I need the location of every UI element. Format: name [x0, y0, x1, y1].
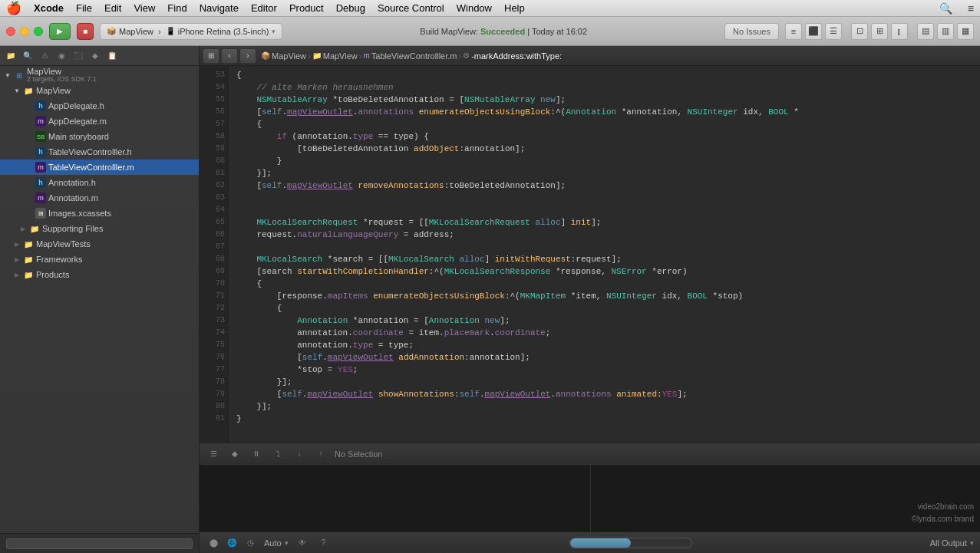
window-menu[interactable]: Window — [457, 2, 492, 14]
breadcrumb-method[interactable]: -markAddress:withType: — [471, 51, 562, 61]
find-menu[interactable]: Find — [167, 2, 186, 14]
help-menu[interactable]: Help — [504, 2, 525, 14]
sidebar-item-frameworks[interactable]: ▶ 📁 Frameworks — [0, 252, 199, 267]
code-content[interactable]: { // alte Marken herausnehmen NSMutableA… — [230, 66, 980, 443]
search-icon-btn[interactable]: 🔍 — [20, 49, 35, 63]
code-area[interactable]: 53 54 55 56 57 58 59 60 61 62 63 64 65 6… — [200, 66, 980, 443]
breadcrumb-file[interactable]: TableViewControlller.m — [371, 51, 457, 61]
run-button[interactable]: ▶ — [49, 23, 71, 40]
test-icon-btn[interactable]: ◉ — [54, 49, 69, 63]
navigator-toggle[interactable]: ≡ — [785, 23, 802, 40]
pause-btn[interactable]: ⏸ — [249, 447, 264, 461]
file-menu[interactable]: File — [76, 2, 92, 14]
ln-58: 58 — [200, 130, 229, 143]
breadcrumb-mapview1[interactable]: MapView — [272, 51, 306, 61]
sidebar-filter[interactable] — [6, 538, 193, 549]
all-output-btn[interactable]: All Output — [930, 538, 967, 548]
main-storyboard-label: Main storyboard — [48, 132, 109, 141]
impl-file-icon: m — [35, 116, 46, 127]
apple-menu[interactable]: 🍎 — [6, 1, 21, 15]
eye-btn[interactable]: 👁 — [295, 536, 310, 550]
forward-btn[interactable]: › — [239, 48, 256, 64]
sidebar-item-images-xcassets[interactable]: ⊞ Images.xcassets — [0, 206, 199, 221]
panel-btn-2[interactable]: ▥ — [937, 23, 954, 40]
code-line-57: { — [236, 118, 974, 130]
breakpoint-btn[interactable]: ◆ — [227, 447, 243, 461]
sidebar-item-mapview-group[interactable]: ▼ 📁 MapView — [0, 83, 199, 98]
build-status: Build MapView: Succeeded | Today at 16:0… — [289, 27, 718, 36]
minimize-button[interactable] — [20, 27, 29, 36]
edit-menu[interactable]: Edit — [104, 2, 121, 14]
sidebar-item-appdelegate-m[interactable]: m AppDelegate.m — [0, 114, 199, 129]
view-menu[interactable]: View — [134, 2, 155, 14]
sidebar-toggle-btn[interactable]: ☰ — [206, 447, 221, 461]
line-numbers: 53 54 55 56 57 58 59 60 61 62 63 64 65 6… — [200, 66, 230, 443]
breakpoint-icon-btn[interactable]: ◆ — [87, 49, 103, 63]
version-editor-btn[interactable]: ⫿ — [891, 23, 908, 40]
status-icon2[interactable]: 🌐 — [224, 536, 239, 550]
code-line-58: if (annotation.type == type) { — [236, 130, 974, 143]
impl-file-icon3: m — [35, 193, 46, 203]
debug-toggle[interactable]: ⬛ — [805, 23, 822, 40]
search-icon[interactable]: 🔍 — [939, 2, 952, 15]
code-line-75: annotation.type = type; — [236, 339, 974, 351]
sidebar-item-appdelegate-h[interactable]: h AppDelegate.h — [0, 98, 199, 114]
sidebar-item-annotation-h[interactable]: h Annotation.h — [0, 175, 199, 190]
navigate-menu[interactable]: Navigate — [200, 2, 239, 14]
warning-icon-btn[interactable]: ⚠ — [37, 49, 52, 63]
traffic-lights — [6, 27, 43, 36]
sidebar-item-annotation-m[interactable]: m Annotation.m — [0, 190, 199, 206]
editor-menu[interactable]: Editor — [251, 2, 277, 14]
xcode-menu[interactable]: Xcode — [34, 2, 64, 14]
code-line-60: } — [236, 155, 974, 167]
report-icon-btn[interactable]: 📋 — [104, 49, 120, 63]
app-window: 🍎 Xcode File Edit View Find Navigate Edi… — [0, 0, 980, 553]
list-icon[interactable]: ≡ — [968, 2, 974, 15]
sidebar-item-tableviewcontroller-m[interactable]: m TableViewControlller.m — [0, 160, 199, 175]
close-button[interactable] — [6, 27, 15, 36]
sidebar-item-products[interactable]: ▶ 📁 Products — [0, 267, 199, 282]
panel-btn-3[interactable]: ▦ — [957, 23, 974, 40]
grid-view-btn[interactable]: ⊞ — [203, 48, 219, 64]
back-btn[interactable]: ‹ — [221, 48, 238, 64]
sidebar-item-main-storyboard[interactable]: SB Main storyboard — [0, 129, 199, 144]
product-menu[interactable]: Product — [289, 2, 324, 14]
ln-65: 65 — [200, 216, 229, 229]
status-left: ⬤ 🌐 ◷ — [206, 536, 258, 550]
ln-81: 81 — [200, 413, 229, 425]
sidebar-tree: ▼ ⊞ MapView 2 targets, iOS SDK 7.1 ▼ 📁 M… — [0, 66, 199, 533]
stop-button[interactable]: ■ — [77, 23, 94, 40]
status-icon3[interactable]: ◷ — [243, 536, 258, 550]
leaf-spacer6 — [25, 178, 34, 187]
mapview-triangle: ▼ — [12, 86, 21, 95]
folder-icon-btn[interactable]: 📁 — [3, 49, 18, 63]
sidebar-item-supporting-files[interactable]: ▶ 📁 Supporting Files — [0, 221, 199, 236]
ln-63: 63 — [200, 192, 229, 204]
code-line-66: request.naturalLanguageQuery = address; — [236, 229, 974, 241]
build-succeeded: Succeeded — [480, 27, 525, 36]
scheme-selector[interactable]: 📦 MapView › 📱 iPhone Retina (3.5-inch) ▾ — [100, 23, 282, 40]
auto-selector[interactable]: Auto ▾ — [264, 538, 289, 548]
sidebar-item-tableviewcontroller-h[interactable]: h TableViewControlller.h — [0, 144, 199, 160]
maximize-button[interactable] — [34, 27, 43, 36]
standard-editor-btn[interactable]: ⊡ — [851, 23, 868, 40]
inspector-toggle[interactable]: ☰ — [825, 23, 842, 40]
code-line-80: }]; — [236, 400, 974, 413]
step-over-btn[interactable]: ⤵ — [270, 447, 285, 461]
question-btn[interactable]: ? — [316, 536, 332, 550]
storyboard-icon: SB — [35, 131, 46, 142]
nav-toolbar: ⊞ ‹ › 📦 MapView › 📁 MapView › m TableVie… — [200, 46, 980, 66]
project-item[interactable]: ▼ ⊞ MapView 2 targets, iOS SDK 7.1 — [0, 67, 199, 83]
debug-icon-btn[interactable]: ⬛ — [71, 49, 86, 63]
panel-btn-1[interactable]: ▤ — [917, 23, 934, 40]
auto-chevron: ▾ — [285, 539, 289, 547]
breadcrumb-mapview2[interactable]: MapView — [323, 51, 358, 61]
step-into-btn[interactable]: ↓ — [292, 447, 307, 461]
source-control-menu[interactable]: Source Control — [378, 2, 444, 14]
assistant-editor-btn[interactable]: ⊞ — [871, 23, 888, 40]
step-out-btn[interactable]: ↑ — [313, 447, 328, 461]
status-icon1[interactable]: ⬤ — [206, 536, 221, 550]
sidebar-item-mapviewtests[interactable]: ▶ 📁 MapViewTests — [0, 236, 199, 252]
debug-menu[interactable]: Debug — [336, 2, 365, 14]
ln-79: 79 — [200, 388, 229, 400]
